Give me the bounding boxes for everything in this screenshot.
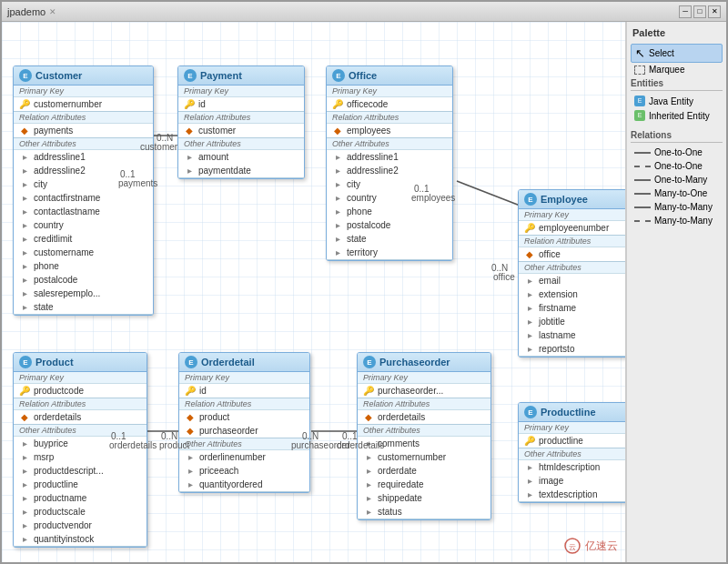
marquee-icon bbox=[634, 65, 645, 75]
palette-many-to-many-2[interactable]: Many-to-Many bbox=[631, 214, 723, 227]
minimize-button[interactable]: ─ bbox=[679, 5, 692, 18]
one-to-many-1-icon bbox=[634, 179, 651, 181]
label-customer: customer bbox=[140, 142, 177, 152]
entity-productline: E Productline Primary Key 🔑 productline … bbox=[518, 402, 626, 503]
entity-customer-pk-section: Primary Key 🔑 customernumber bbox=[14, 86, 153, 112]
entity-payment-name: Payment bbox=[200, 70, 242, 81]
window-title: jpademo bbox=[7, 6, 46, 17]
palette-relations-title: Relations bbox=[631, 128, 723, 143]
close-button[interactable]: ✕ bbox=[708, 5, 721, 18]
label-orderdetails-left: orderdetails bbox=[109, 440, 157, 450]
entity-office-header: E Office bbox=[327, 66, 452, 86]
entity-orderdetail-header: E Orderdetail bbox=[179, 353, 309, 372]
entity-office-icon: E bbox=[332, 69, 345, 82]
palette-many-to-many-1[interactable]: Many-to-Many bbox=[631, 200, 723, 214]
entity-payment-icon: E bbox=[184, 69, 197, 82]
entity-product-name: Product bbox=[35, 357, 74, 368]
one-to-one-2-icon bbox=[634, 166, 651, 167]
inherited-entity-icon: E bbox=[634, 110, 645, 121]
palette-many-to-one-1[interactable]: Many-to-One bbox=[631, 186, 723, 200]
entity-purchaseorder-icon: E bbox=[363, 356, 376, 368]
entity-productline-icon: E bbox=[524, 406, 537, 418]
entity-customer-pk-row[interactable]: 🔑 customernumber bbox=[14, 97, 153, 111]
entity-office-name: Office bbox=[349, 70, 377, 81]
canvas-area[interactable]: E Customer Primary Key 🔑 customernumber … bbox=[2, 22, 626, 562]
tab-close[interactable]: ✕ bbox=[49, 7, 56, 16]
palette-marquee-label: Marquee bbox=[649, 65, 684, 75]
palette-one-to-one-2[interactable]: One-to-One bbox=[631, 159, 723, 173]
maximize-button[interactable]: □ bbox=[693, 5, 706, 18]
palette-many-to-many-2-label: Many-to-Many bbox=[654, 216, 713, 226]
entity-customer-rel-row[interactable]: ◆ payments bbox=[14, 124, 153, 137]
entity-customer-icon: E bbox=[19, 69, 32, 82]
palette-one-to-one-1[interactable]: One-to-One bbox=[631, 146, 723, 159]
entity-purchaseorder: E Purchaseorder Primary Key 🔑 purchaseor… bbox=[357, 352, 491, 520]
palette-marquee-tool[interactable]: Marquee bbox=[631, 63, 723, 76]
palette-title: Palette bbox=[631, 25, 723, 40]
label-orderdetails-right: orderdetails bbox=[337, 440, 384, 450]
palette-many-to-one-1-label: Many-to-One bbox=[654, 188, 707, 198]
entity-purchaseorder-header: E Purchaseorder bbox=[358, 353, 490, 372]
palette-entities-title: Entities bbox=[631, 76, 723, 91]
title-bar-left: jpademo ✕ bbox=[7, 6, 56, 17]
palette-java-entity[interactable]: E Java Entity bbox=[631, 94, 723, 108]
entity-office: E Office Primary Key 🔑 officecode Relati… bbox=[326, 65, 453, 261]
entity-employee-name: Employee bbox=[541, 194, 588, 205]
entity-productline-name: Productline bbox=[541, 407, 596, 418]
entity-customer: E Customer Primary Key 🔑 customernumber … bbox=[13, 65, 154, 316]
title-bar: jpademo ✕ ─ □ ✕ bbox=[2, 2, 726, 22]
java-entity-icon: E bbox=[634, 96, 645, 106]
palette-one-to-many-1-label: One-to-Many bbox=[654, 175, 707, 185]
label-office: office bbox=[493, 272, 515, 282]
palette-one-to-one-2-label: One-to-One bbox=[654, 161, 703, 171]
one-to-one-1-icon bbox=[634, 152, 651, 154]
svg-text:云: 云 bbox=[569, 543, 576, 551]
palette-relations-section: Relations One-to-One One-to-One One-to-M… bbox=[631, 128, 723, 227]
palette-one-to-many-1[interactable]: One-to-Many bbox=[631, 173, 723, 186]
entity-customer-header: E Customer bbox=[14, 66, 153, 86]
watermark: 云 亿速云 bbox=[563, 537, 618, 555]
entity-payment: E Payment Primary Key 🔑 id Relation Attr… bbox=[177, 65, 305, 179]
palette-java-entity-label: Java Entity bbox=[649, 96, 693, 106]
entity-orderdetail: E Orderdetail Primary Key 🔑 id Relation … bbox=[178, 352, 310, 493]
entity-productline-header: E Productline bbox=[519, 403, 626, 422]
label-payments: payments bbox=[118, 178, 157, 188]
palette-one-to-one-1-label: One-to-One bbox=[654, 147, 703, 157]
palette-select-label: Select bbox=[649, 48, 674, 58]
watermark-icon: 云 bbox=[563, 537, 581, 555]
entity-purchaseorder-name: Purchaseorder bbox=[379, 357, 450, 368]
entity-employee-header: E Employee bbox=[519, 190, 626, 209]
select-icon: ↖ bbox=[635, 46, 645, 60]
palette-select-tool[interactable]: ↖ Select bbox=[631, 44, 723, 63]
entity-orderdetail-name: Orderdetail bbox=[201, 357, 255, 368]
entity-customer-rel-section: Relation Attributes ◆ payments bbox=[14, 112, 153, 138]
content-area: E Customer Primary Key 🔑 customernumber … bbox=[2, 22, 726, 562]
label-employees: employees bbox=[411, 193, 455, 203]
many-to-many-2-icon bbox=[634, 220, 651, 222]
main-window: jpademo ✕ ─ □ ✕ bbox=[0, 0, 728, 564]
entity-orderdetail-icon: E bbox=[185, 356, 197, 368]
entity-payment-header: E Payment bbox=[178, 66, 304, 86]
palette-inherited-entity-label: Inherited Entity bbox=[649, 111, 710, 121]
entity-customer-other-section: Other Attributes ▸addressline1 ▸addressl… bbox=[14, 138, 153, 315]
entity-product-header: E Product bbox=[14, 353, 147, 372]
win-controls: ─ □ ✕ bbox=[679, 5, 721, 18]
entity-product-icon: E bbox=[19, 356, 32, 368]
watermark-text: 亿速云 bbox=[585, 539, 618, 554]
palette-entities-section: Entities E Java Entity E Inherited Entit… bbox=[631, 76, 723, 123]
entity-employee: E Employee Primary Key 🔑 employeenumber … bbox=[518, 189, 626, 358]
many-to-one-1-icon bbox=[634, 193, 651, 195]
palette-panel: Palette ↖ Select Marquee Entities E Java… bbox=[626, 22, 726, 562]
entity-employee-icon: E bbox=[524, 193, 537, 206]
label-product: product bbox=[159, 440, 189, 450]
palette-inherited-entity[interactable]: E Inherited Entity bbox=[631, 108, 723, 123]
palette-many-to-many-1-label: Many-to-Many bbox=[654, 202, 713, 212]
many-to-many-1-icon bbox=[634, 206, 651, 208]
entity-customer-name: Customer bbox=[35, 70, 82, 81]
